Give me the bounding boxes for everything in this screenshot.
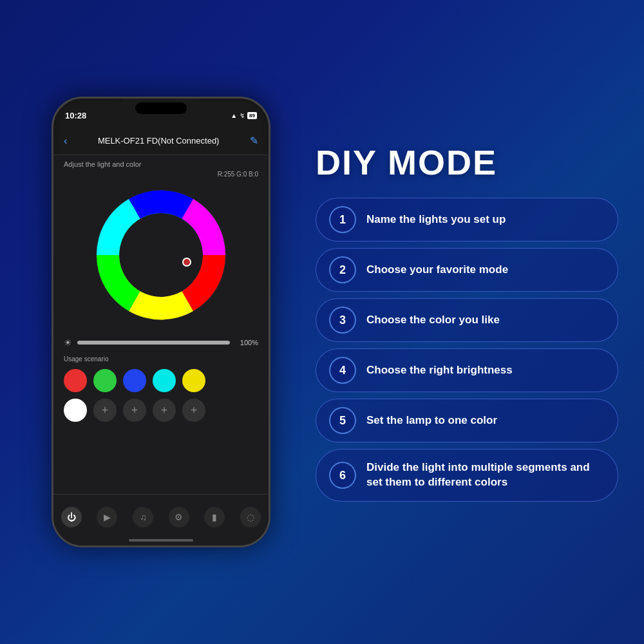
diy-mode-title: DIY MODE bbox=[316, 142, 618, 182]
brightness-icon: ☀ bbox=[64, 337, 72, 348]
phone-wrapper: 10:28 ▲ ↯ 89 ‹ MELK-OF21 FD(Not Connecte… bbox=[26, 97, 296, 547]
step-text-4: Choose the right brightness bbox=[366, 363, 513, 378]
color-dot-blue[interactable] bbox=[123, 369, 146, 392]
usage-label: Usage scenario bbox=[53, 353, 269, 365]
edit-button[interactable]: ✎ bbox=[250, 135, 258, 147]
brightness-fill bbox=[77, 341, 230, 345]
dot-white[interactable] bbox=[64, 399, 87, 422]
step-text-2: Choose your favorite mode bbox=[366, 263, 508, 278]
rgb-value: R:255 G:0 B:0 bbox=[53, 171, 269, 178]
step-number-3: 3 bbox=[329, 307, 356, 334]
add-slot-2[interactable]: + bbox=[123, 399, 146, 422]
signal-icon: ▲ bbox=[231, 112, 237, 119]
color-dots-row bbox=[53, 365, 269, 396]
add-slot-4[interactable]: + bbox=[182, 399, 205, 422]
step-item-3: 3 Choose the color you like bbox=[316, 298, 618, 342]
scene-nav-icon[interactable]: ▮ bbox=[204, 507, 225, 527]
settings-nav-icon[interactable]: ⚙ bbox=[169, 507, 189, 527]
phone-content: Adjust the light and color R:255 G:0 B:0 bbox=[53, 155, 269, 494]
step-item-6: 6 Divide the light into multiple segment… bbox=[316, 449, 618, 502]
add-dots-row: + + + + bbox=[53, 396, 269, 424]
color-dot-red[interactable] bbox=[64, 369, 87, 392]
step-text-6: Divide the light into multiple segments … bbox=[366, 460, 605, 490]
step-number-5: 5 bbox=[329, 407, 356, 434]
color-dot-green[interactable] bbox=[93, 369, 117, 392]
step-item-5: 5 Set the lamp to one color bbox=[316, 399, 618, 442]
step-number-4: 4 bbox=[329, 357, 356, 384]
color-wheel[interactable] bbox=[90, 184, 232, 326]
color-ring bbox=[90, 184, 232, 326]
step-number-1: 1 bbox=[329, 206, 356, 233]
battery-badge: 89 bbox=[247, 112, 257, 119]
brightness-row: ☀ 100% bbox=[53, 332, 269, 353]
dynamic-nav-icon[interactable]: ▶ bbox=[97, 507, 117, 527]
brightness-value: 100% bbox=[235, 339, 258, 346]
step-text-5: Set the lamp to one color bbox=[366, 413, 497, 428]
status-time: 10:28 bbox=[65, 111, 86, 120]
color-dot-yellow[interactable] bbox=[182, 369, 205, 392]
status-icons: ▲ ↯ 89 bbox=[231, 112, 257, 119]
step-item-2: 2 Choose your favorite mode bbox=[316, 248, 618, 292]
brightness-bar[interactable] bbox=[77, 341, 230, 345]
right-panel: DIY MODE 1 Name the lights you set up 2 … bbox=[296, 142, 618, 502]
music-nav-icon[interactable]: ♫ bbox=[133, 507, 153, 527]
phone-notch bbox=[122, 99, 200, 118]
phone-footer: ⏻ ▶ ♫ ⚙ ▮ ◌ bbox=[53, 494, 269, 545]
add-slot-3[interactable]: + bbox=[153, 399, 176, 422]
main-container: 10:28 ▲ ↯ 89 ‹ MELK-OF21 FD(Not Connecte… bbox=[0, 0, 644, 644]
device-title: MELK-OF21 FD(Not Connected) bbox=[98, 136, 220, 146]
phone-header: ‹ MELK-OF21 FD(Not Connected) ✎ bbox=[53, 127, 269, 155]
wifi-icon: ↯ bbox=[240, 112, 245, 119]
step-number-6: 6 bbox=[329, 462, 356, 489]
step-number-2: 2 bbox=[329, 256, 356, 283]
svg-point-5 bbox=[97, 191, 225, 319]
step-item-4: 4 Choose the right brightness bbox=[316, 348, 618, 392]
color-wheel-container[interactable] bbox=[53, 178, 269, 332]
add-slot-1[interactable]: + bbox=[93, 399, 117, 422]
color-dot-cyan[interactable] bbox=[153, 369, 176, 392]
back-button[interactable]: ‹ bbox=[64, 135, 67, 147]
adjust-label: Adjust the light and color bbox=[53, 155, 269, 171]
phone: 10:28 ▲ ↯ 89 ‹ MELK-OF21 FD(Not Connecte… bbox=[52, 97, 270, 547]
home-indicator bbox=[129, 539, 193, 542]
power-nav-icon[interactable]: ⏻ bbox=[61, 507, 82, 527]
timer-nav-icon[interactable]: ◌ bbox=[240, 507, 261, 527]
step-text-3: Choose the color you like bbox=[366, 313, 500, 328]
steps-list: 1 Name the lights you set up 2 Choose yo… bbox=[316, 198, 618, 502]
step-text-1: Name the lights you set up bbox=[366, 213, 506, 227]
color-wheel-cursor[interactable] bbox=[182, 258, 191, 267]
step-item-1: 1 Name the lights you set up bbox=[316, 198, 618, 242]
notch-pill bbox=[135, 102, 187, 114]
